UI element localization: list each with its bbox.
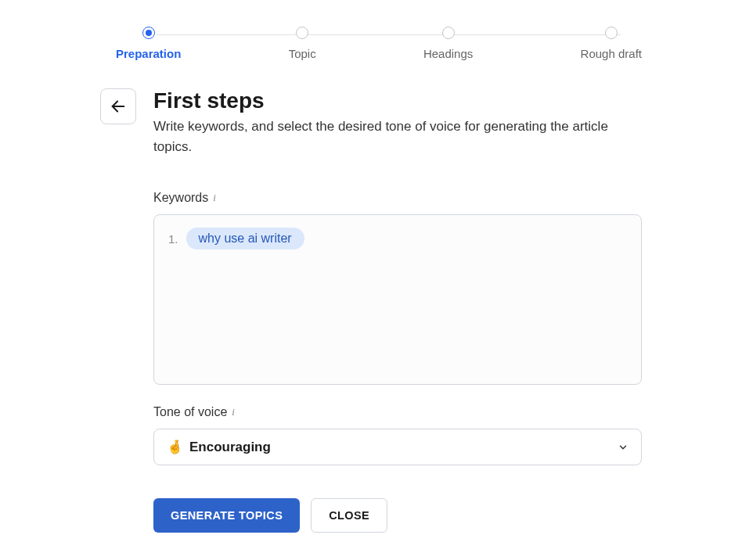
- step-circle-icon: [442, 27, 455, 39]
- tone-label: Tone of voice i: [153, 405, 642, 419]
- step-circle-icon: [605, 27, 618, 39]
- generate-topics-button[interactable]: GENERATE TOPICS: [153, 498, 300, 533]
- info-icon[interactable]: i: [232, 406, 235, 418]
- tone-select[interactable]: 🤞 Encouraging: [153, 429, 642, 465]
- keywords-input-box[interactable]: 1. why use ai writer: [153, 214, 642, 385]
- keyword-number: 1.: [168, 232, 178, 246]
- step-circle-icon: [142, 27, 155, 39]
- page-title: First steps: [153, 88, 642, 113]
- keyword-chip[interactable]: why use ai writer: [186, 228, 304, 249]
- tone-value-text: Encouraging: [189, 440, 271, 455]
- stepper-connector-line: [157, 34, 621, 35]
- tone-emoji-icon: 🤞: [167, 439, 183, 455]
- step-label: Rough draft: [581, 47, 642, 60]
- step-preparation[interactable]: Preparation: [116, 27, 181, 60]
- step-rough-draft[interactable]: Rough draft: [581, 27, 642, 60]
- tone-selected-value: 🤞 Encouraging: [167, 439, 271, 455]
- info-icon[interactable]: i: [213, 192, 216, 204]
- action-buttons: GENERATE TOPICS CLOSE: [153, 498, 642, 533]
- step-headings[interactable]: Headings: [423, 27, 473, 60]
- chevron-down-icon: [618, 442, 629, 453]
- step-label: Headings: [423, 47, 473, 60]
- step-label: Topic: [289, 47, 316, 60]
- tone-label-text: Tone of voice: [153, 405, 227, 419]
- wizard-stepper: Preparation Topic Headings Rough draft: [0, 0, 742, 60]
- step-label: Preparation: [116, 47, 181, 60]
- close-button[interactable]: CLOSE: [311, 498, 387, 533]
- keywords-label-text: Keywords: [153, 191, 208, 205]
- keywords-label: Keywords i: [153, 191, 642, 205]
- step-circle-icon: [296, 27, 308, 39]
- back-button[interactable]: [100, 88, 136, 124]
- page-subtitle: Write keywords, and select the desired t…: [153, 117, 623, 156]
- keyword-row: 1. why use ai writer: [168, 228, 627, 249]
- arrow-left-icon: [110, 98, 127, 115]
- step-topic[interactable]: Topic: [289, 27, 316, 60]
